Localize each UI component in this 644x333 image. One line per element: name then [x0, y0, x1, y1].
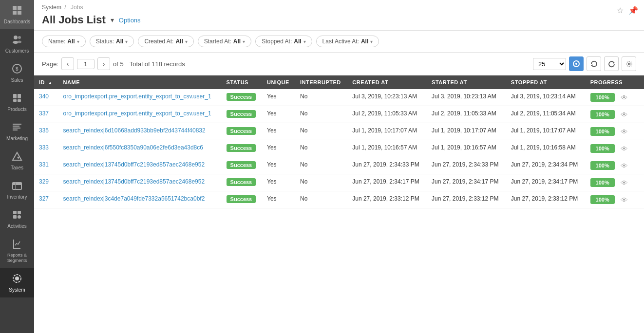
cell-spacer-0	[634, 89, 644, 106]
filter-created-val: All	[175, 38, 183, 45]
sidebar-item-label-customers: Customers	[5, 48, 29, 54]
filter-status-arrow: ▾	[125, 39, 128, 44]
name-link-3[interactable]: search_reindex|6f550fc8350a90a06e2fe6d3e…	[63, 144, 203, 151]
id-link-5[interactable]: 329	[39, 178, 49, 185]
filter-status-btn[interactable]: Status: All ▾	[90, 36, 134, 47]
eye-icon-1[interactable]: 👁	[621, 111, 628, 119]
filter-name-val: All	[67, 38, 75, 45]
name-link-2[interactable]: search_reindex|6d10668add933bb9ebf2d4374…	[63, 127, 206, 134]
cell-interrupted-0: No	[295, 89, 347, 106]
title-dropdown-arrow[interactable]: ▾	[111, 16, 114, 24]
status-badge-6: Success	[227, 195, 256, 203]
id-link-4[interactable]: 331	[39, 161, 49, 168]
header: System / Jobs All Jobs List ▾ Options	[34, 0, 644, 31]
progress-btn-2[interactable]: 100%	[590, 127, 615, 136]
svg-rect-12	[13, 99, 17, 102]
prev-page-btn[interactable]: ‹	[61, 57, 74, 70]
sidebar-item-marketing[interactable]: Marketing	[0, 117, 34, 146]
breadcrumb-system[interactable]: System	[42, 4, 61, 11]
id-link-3[interactable]: 333	[39, 144, 49, 151]
svg-point-7	[18, 41, 21, 43]
sidebar-item-sales[interactable]: $ Sales	[0, 58, 34, 88]
sidebar-item-system[interactable]: System	[0, 268, 34, 297]
col-interrupted: INTERRUPTED	[295, 75, 347, 89]
sidebar-item-inventory[interactable]: Inventory	[0, 175, 34, 204]
table-row: 337 oro_importexport.pre_export.entity_e…	[34, 106, 644, 123]
progress-btn-3[interactable]: 100%	[590, 144, 615, 153]
filter-stopped-btn[interactable]: Stopped At: All ▾	[255, 36, 312, 47]
name-link-5[interactable]: search_reindex|13745d0bff7c2193ed857aec2…	[63, 178, 205, 185]
eye-icon-4[interactable]: 👁	[621, 162, 628, 170]
page-number-input[interactable]	[77, 59, 95, 69]
cell-status-1: Success	[222, 106, 262, 123]
col-id[interactable]: ID ▲	[34, 75, 58, 89]
cell-started-4: Jun 27, 2019, 2:34:33 PM	[427, 157, 506, 174]
marketing-icon	[12, 122, 22, 134]
filter-bar: Name: All ▾ Status: All ▾ Created At: Al…	[34, 31, 644, 53]
total-records-label: Total of 118 records	[130, 60, 185, 68]
name-link-6[interactable]: search_reindex|3c4de7a049fde7332a5651742…	[63, 195, 205, 202]
filter-started-btn[interactable]: Started At: All ▾	[198, 36, 251, 47]
id-link-2[interactable]: 335	[39, 127, 49, 134]
eye-icon-6[interactable]: 👁	[621, 196, 628, 204]
cell-name-0: oro_importexport.pre_export.entity_expor…	[58, 89, 222, 106]
cell-stopped-3: Jul 1, 2019, 10:16:58 AM	[506, 140, 586, 157]
filter-name-btn[interactable]: Name: All ▾	[42, 36, 86, 47]
progress-wrap-0: 100% 👁	[590, 93, 629, 102]
cell-started-6: Jun 27, 2019, 2:33:12 PM	[427, 191, 506, 208]
filter-stopped-arrow: ▾	[303, 39, 306, 44]
id-link-1[interactable]: 337	[39, 110, 49, 117]
id-link-0[interactable]: 340	[39, 93, 49, 100]
table-header-row: ID ▲ NAME STATUS UNIQUE INTERRUPTED CREA…	[34, 75, 644, 89]
progress-btn-5[interactable]: 100%	[590, 178, 615, 187]
cell-status-2: Success	[222, 123, 262, 140]
star-icon[interactable]: ☆	[617, 6, 624, 15]
filter-created-btn[interactable]: Created At: All ▾	[138, 36, 193, 47]
eye-icon-0[interactable]: 👁	[621, 93, 628, 102]
cell-interrupted-2: No	[295, 123, 347, 140]
svg-point-30	[575, 63, 577, 65]
per-page-select[interactable]: 25 50 100	[533, 58, 566, 70]
progress-btn-6[interactable]: 100%	[590, 195, 615, 204]
progress-btn-0[interactable]: 100%	[590, 93, 615, 102]
next-page-btn[interactable]: ›	[97, 57, 110, 70]
sidebar-item-customers[interactable]: Customers	[0, 29, 34, 58]
sidebar-item-reports[interactable]: Reports & Segments	[0, 234, 34, 268]
sidebar-item-activities[interactable]: Activities	[0, 204, 34, 234]
refresh2-btn[interactable]	[604, 56, 619, 71]
progress-wrap-1: 100% 👁	[590, 110, 629, 119]
cell-started-0: Jul 3, 2019, 10:23:13 AM	[427, 89, 506, 106]
options-link[interactable]: Options	[119, 17, 141, 24]
table-row: 335 search_reindex|6d10668add933bb9ebf2d…	[34, 123, 644, 140]
settings-btn[interactable]	[622, 56, 636, 71]
name-link-1[interactable]: oro_importexport.pre_export.entity_expor…	[63, 110, 211, 117]
filter-name-key: Name:	[48, 38, 65, 45]
filter-icon-btn[interactable]	[569, 56, 584, 71]
sidebar-item-dashboards[interactable]: Dashboards	[0, 0, 34, 29]
eye-icon-2[interactable]: 👁	[621, 128, 628, 136]
cell-progress-5: 100% 👁	[586, 174, 634, 191]
progress-btn-4[interactable]: 100%	[590, 161, 615, 170]
filter-last-active-btn[interactable]: Last Active At: All ▾	[316, 36, 379, 47]
eye-icon-3[interactable]: 👁	[621, 145, 628, 153]
table-row: 333 search_reindex|6f550fc8350a90a06e2fe…	[34, 140, 644, 157]
name-link-0[interactable]: oro_importexport.pre_export.entity_expor…	[63, 93, 211, 100]
cell-unique-2: Yes	[262, 123, 295, 140]
sidebar-item-label-inventory: Inventory	[7, 194, 27, 200]
name-link-4[interactable]: search_reindex|13745d0bff7c2193ed857aec2…	[63, 161, 205, 168]
progress-wrap-2: 100% 👁	[590, 127, 629, 136]
col-created-at: CREATED AT	[347, 75, 427, 89]
pin-icon[interactable]: 📌	[628, 6, 638, 15]
cell-name-5: search_reindex|13745d0bff7c2193ed857aec2…	[58, 174, 222, 191]
sidebar-item-products[interactable]: Products	[0, 88, 34, 117]
progress-btn-1[interactable]: 100%	[590, 110, 615, 119]
table-body: 340 oro_importexport.pre_export.entity_e…	[34, 89, 644, 208]
cell-started-5: Jun 27, 2019, 2:34:17 PM	[427, 174, 506, 191]
id-link-6[interactable]: 327	[39, 195, 49, 202]
eye-icon-5[interactable]: 👁	[621, 179, 628, 187]
cell-id-0: 340	[34, 89, 58, 106]
sidebar-item-taxes[interactable]: ▼ Taxes	[0, 146, 34, 175]
refresh-btn[interactable]	[587, 56, 601, 71]
table-row: 331 search_reindex|13745d0bff7c2193ed857…	[34, 157, 644, 174]
svg-rect-14	[13, 124, 21, 125]
